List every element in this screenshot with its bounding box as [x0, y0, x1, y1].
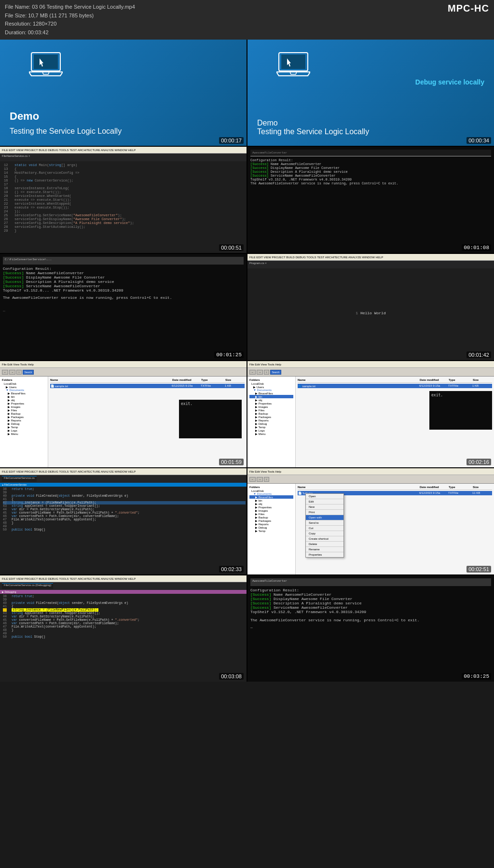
- timestamp-8: 00:02:16: [467, 459, 491, 465]
- vs-menubar-6: FILE EDIT VIEW PROJECT BUILD DEBUG TOOLS…: [247, 254, 494, 261]
- timestamp-10: 00:02:51: [467, 566, 491, 573]
- vs-tabs-11: FileConverterService.cs (Debugging): [0, 582, 247, 590]
- explorer-main-7: NameDate modifiedTypeSize 📄 sample.txt6/…: [48, 377, 247, 467]
- thumbnail-4: AwesomeFileConverter Configuration Resul…: [247, 147, 494, 253]
- mpc-hc-logo: MPC-HC: [448, 3, 489, 14]
- explorer-toolbar-7: ← → ↑ Search: [0, 368, 247, 377]
- explorer-menubar-7: File Edit View Tools Help: [0, 361, 247, 368]
- explorer-toolbar-10: ← → ↑: [247, 475, 494, 484]
- context-menu-10: Open Edit New Print Open with Send to Cu…: [305, 493, 344, 558]
- code-content-6: 1 Hello World: [247, 268, 494, 357]
- laptop-icon-2: [276, 52, 310, 78]
- timestamp-11: 00:03:08: [219, 673, 244, 680]
- timestamp-12: 00:03:25: [462, 673, 491, 680]
- vs-tabs-3: FileNameService.cs ×: [0, 154, 247, 161]
- terminal-header-12: AwesomeFileConverter: [250, 578, 491, 586]
- vs-tabs-9: FileConverterService.cs: [0, 475, 247, 483]
- vs-statusbar-11: ▶ Debugging: [0, 590, 247, 594]
- vs-menubar-9: FILE EDIT VIEW PROJECT BUILD DEBUG TOOLS…: [0, 468, 247, 475]
- svg-rect-1: [34, 55, 58, 69]
- explorer-main-10: NameDate modifiedTypeSize 📄 Tofilebin6/1…: [296, 484, 494, 574]
- terminal-output-12: Configuration Result: [Success] Name Awe…: [250, 588, 491, 629]
- duration: Duration: 00:03:42: [5, 28, 489, 37]
- debug-label: Debug service locally: [415, 78, 484, 86]
- explorer-menubar-10: File Edit View Tools Help: [247, 468, 494, 475]
- thumbnail-8: File Edit View Tools Help ← → ↑ Search F…: [247, 361, 494, 467]
- timestamp-3: 00:00:51: [219, 244, 244, 251]
- code-content-3: 12static void Main(string[] args) 13{ 14…: [0, 161, 247, 250]
- filename: File Name: 03 06 Testing the Service Log…: [5, 3, 489, 12]
- vs-tabs-6: Program.cs ×: [247, 261, 494, 268]
- thumbnail-11: FILE EDIT VIEW PROJECT BUILD DEBUG TOOLS…: [0, 575, 247, 682]
- explorer-menubar-8: File Edit View Tools Help: [247, 361, 494, 368]
- terminal-menubar-4: AwesomeFileConverter: [250, 150, 491, 156]
- timestamp-1: 00:00:17: [219, 137, 244, 144]
- thumbnail-2: Debug service locally Demo Testing the S…: [247, 40, 494, 146]
- vs-menubar-3: FILE EDIT VIEW PROJECT BUILD DEBUG TOOLS…: [0, 147, 247, 154]
- demo-label-2: Demo: [257, 119, 278, 127]
- explorer-toolbar-8: ← → ↑ Search: [247, 368, 494, 377]
- terminal-header-5: C:\FileConverterService\...: [3, 257, 244, 265]
- thumbnail-7: File Edit View Tools Help ← → ↑ Search F…: [0, 361, 247, 467]
- thumbnail-9: FILE EDIT VIEW PROJECT BUILD DEBUG TOOLS…: [0, 468, 247, 574]
- vs-statusbar-9: ● FileConverterService: [0, 483, 247, 487]
- code-content-9: 38 return true; 39 40 private void FileC…: [0, 487, 247, 574]
- thumbnail-5: C:\FileConverterService\... Configuratio…: [0, 254, 247, 360]
- thumbnail-1: Demo Testing the Service Logic Locally 0…: [0, 40, 247, 146]
- svg-rect-4: [281, 55, 305, 69]
- terminal-output-5: Configuration Result: [Success] Name Awe…: [3, 266, 244, 312]
- explorer-sidebar-8: Folders LocalDisk ▶ Users ▼ Documents ▶ …: [247, 377, 296, 467]
- demo-label-1: Demo: [10, 110, 39, 123]
- thumbnail-grid: Demo Testing the Service Logic Locally 0…: [0, 40, 494, 682]
- filesize: File Size: 10,7 MB (11 271 785 bytes): [5, 12, 489, 20]
- explorer-sidebar-7: Folders LocalDisk ▶ Users ▼ Documents ▶ …: [0, 377, 48, 467]
- timestamp-4: 00:01:08: [462, 244, 491, 251]
- timestamp-7: 00:01:59: [219, 459, 244, 465]
- demo-title-1: Testing the Service Logic Locally: [10, 126, 122, 137]
- thumbnail-3: FILE EDIT VIEW PROJECT BUILD DEBUG TOOLS…: [0, 147, 247, 253]
- laptop-icon: [29, 52, 63, 78]
- thumbnail-10: File Edit View Tools Help ← → ↑ Folders …: [247, 468, 494, 574]
- timestamp-6: 00:01:42: [467, 351, 491, 358]
- timestamp-2: 00:00:34: [467, 137, 491, 144]
- explorer-main-8: NameDate modifiedTypeSize 🔵 sample.txt6/…: [296, 377, 494, 467]
- metadata-bar: File Name: 03 06 Testing the Service Log…: [0, 0, 494, 40]
- demo-title-2: Testing the Service Logic Locally: [257, 127, 369, 136]
- timestamp-5: 00:01:25: [214, 351, 244, 358]
- timestamp-9: 00:02:33: [219, 566, 244, 573]
- resolution: Resolution: 1280×720: [5, 20, 489, 28]
- explorer-sidebar-10: Folders LocalDisk ▼ Documents ▶ BinareFi…: [247, 484, 296, 574]
- thumbnail-6: FILE EDIT VIEW PROJECT BUILD DEBUG TOOLS…: [247, 254, 494, 360]
- terminal-output-4: Configuration Result: [Success] Name Awe…: [250, 158, 491, 185]
- thumbnail-12: AwesomeFileConverter Configuration Resul…: [247, 575, 494, 682]
- vs-menubar-11: FILE EDIT VIEW PROJECT BUILD DEBUG TOOLS…: [0, 575, 247, 582]
- code-content-11: 38 return true; 39 40 private void FileC…: [0, 594, 247, 681]
